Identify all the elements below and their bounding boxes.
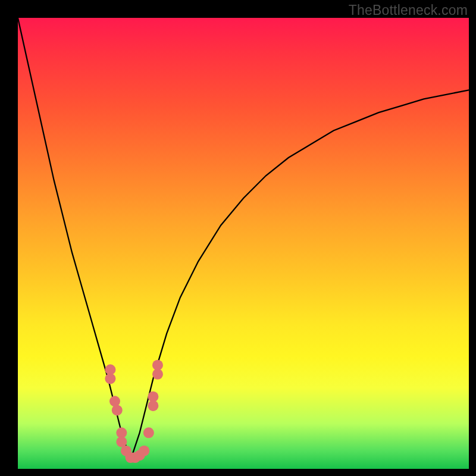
plot-area: [18, 18, 469, 469]
highlight-marker: [116, 427, 127, 438]
highlight-marker: [148, 392, 158, 402]
curve-right-branch: [131, 90, 469, 460]
chart-frame: TheBottleneck.com: [0, 0, 476, 476]
highlight-marker: [105, 364, 115, 375]
highlight-marker: [134, 450, 145, 461]
highlight-marker: [139, 446, 149, 456]
highlight-marker: [109, 396, 120, 406]
curve-layer: [18, 18, 469, 469]
highlight-marker: [126, 452, 136, 463]
highlight-marker: [152, 360, 163, 371]
highlight-marker: [152, 369, 163, 380]
marker-group: [105, 360, 163, 463]
highlight-marker: [116, 437, 127, 447]
highlight-marker: [130, 452, 140, 463]
highlight-marker: [112, 405, 123, 415]
highlight-marker: [148, 400, 158, 411]
curve-left-branch: [18, 18, 131, 460]
highlight-marker: [121, 446, 131, 456]
watermark-text: TheBottleneck.com: [349, 2, 468, 18]
highlight-marker: [143, 427, 154, 438]
highlight-marker: [105, 373, 115, 384]
